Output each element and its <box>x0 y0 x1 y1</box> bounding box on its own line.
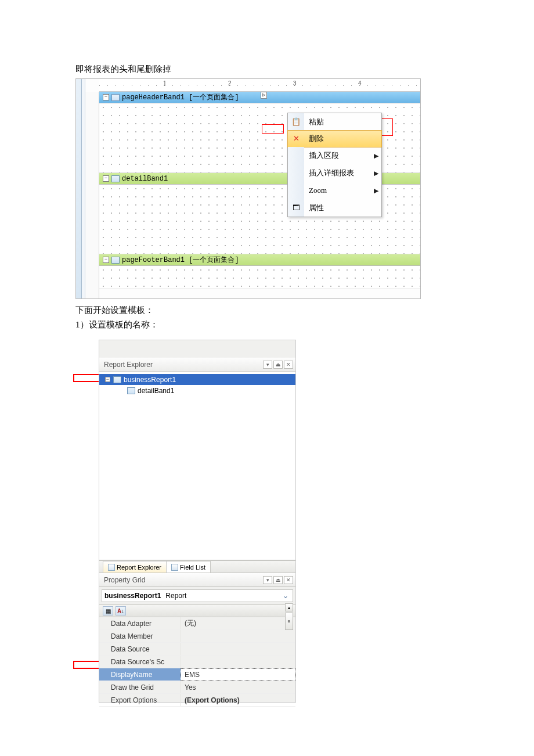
page-header-label: pageHeaderBand1 [一个页面集合] <box>122 92 239 102</box>
context-menu: 📋 粘贴 ✕ 删除 插入区段 ▶ 插入详细报表 ▶ Zoom ▶ <box>287 113 382 217</box>
prop-name: Draw the Grid <box>99 681 181 693</box>
tree-root-node[interactable]: − businessReport1 <box>99 374 295 385</box>
vertical-ruler <box>85 92 99 298</box>
property-scrollbar[interactable]: ▴ ≡ <box>285 603 293 630</box>
property-grid-title: Property Grid ▾ ⏏ ✕ <box>99 573 295 587</box>
report-explorer-title-text: Report Explorer <box>104 361 153 369</box>
report-explorer-tree[interactable]: − businessReport1 detailBand1 <box>99 372 295 560</box>
report-explorer-tab-icon <box>108 564 115 571</box>
prop-value[interactable]: Yes <box>181 681 295 693</box>
tab-report-explorer[interactable]: Report Explorer <box>103 561 167 573</box>
delete-icon: ✕ <box>288 131 304 147</box>
ruler-tick-2: 2 <box>228 80 232 87</box>
menu-properties[interactable]: 🗔 属性 <box>288 199 381 217</box>
prop-name: Data Source <box>99 643 181 655</box>
menu-delete-label: 删除 <box>304 134 381 144</box>
smart-tag-icon[interactable]: ▷ <box>261 92 267 99</box>
band-icon <box>111 257 120 264</box>
field-list-tab-icon <box>171 564 178 571</box>
properties-icon: 🗔 <box>288 199 304 217</box>
band-icon <box>111 94 120 101</box>
prop-name: Export Options <box>99 694 181 706</box>
menu-zoom[interactable]: Zoom ▶ <box>288 182 381 199</box>
horizontal-ruler: 1 2 3 4 <box>99 79 420 92</box>
ruler-tick-3: 3 <box>293 80 297 87</box>
menu-insert-detail[interactable]: 插入详细报表 ▶ <box>288 164 381 182</box>
menu-insert-section-label: 插入区段 <box>304 150 371 161</box>
collapse-icon[interactable]: − <box>103 94 109 100</box>
menu-insert-section[interactable]: 插入区段 ▶ <box>288 147 381 164</box>
property-grid: Data Adapter (无) Data Member Data Source… <box>99 617 295 707</box>
page-header-band[interactable]: − pageHeaderBand1 [一个页面集合] ▷ <box>99 92 420 103</box>
window-pin-icon[interactable]: ⏏ <box>273 361 283 369</box>
prop-row-display-name[interactable]: DisplayName EMS <box>99 668 295 681</box>
submenu-arrow-icon: ▶ <box>371 187 381 195</box>
band-icon <box>127 387 135 394</box>
prop-row-data-source-schema[interactable]: Data Source's Sc <box>99 656 295 668</box>
tree-root-label: businessReport1 <box>124 376 176 384</box>
dropdown-icon[interactable]: ⌄ <box>281 592 290 600</box>
menu-delete[interactable]: ✕ 删除 <box>287 130 382 147</box>
prop-value[interactable] <box>181 643 295 655</box>
panels-screenshot: Report Explorer ▾ ⏏ ✕ − businessReport1 … <box>99 340 296 703</box>
window-dropdown-icon[interactable]: ▾ <box>263 576 272 584</box>
page-footer-label: pageFooterBand1 [一个页面集合] <box>122 255 239 265</box>
menu-properties-label: 属性 <box>304 203 381 213</box>
prop-row-draw-grid[interactable]: Draw the Grid Yes <box>99 681 295 694</box>
page-footer-area[interactable] <box>99 266 420 289</box>
property-grid-title-text: Property Grid <box>104 576 145 584</box>
prop-name: DisplayName <box>99 668 181 681</box>
window-close-icon[interactable]: ✕ <box>284 361 293 369</box>
left-strip <box>76 79 82 298</box>
prop-value[interactable]: (无) <box>181 617 295 629</box>
prop-value[interactable]: (Export Options) <box>181 694 295 706</box>
menu-insert-detail-label: 插入详细报表 <box>304 168 371 178</box>
categorize-icon[interactable]: ▦ <box>103 606 113 615</box>
prop-row-export-options[interactable]: Export Options (Export Options) <box>99 694 295 707</box>
window-pin-icon[interactable]: ⏏ <box>273 576 283 584</box>
window-close-icon[interactable]: ✕ <box>284 576 293 584</box>
doc-line-3: 1）设置模板的名称： <box>75 319 459 330</box>
property-object-type: Report <box>165 592 186 600</box>
menu-paste-label: 粘贴 <box>304 117 381 127</box>
prop-value[interactable] <box>181 630 295 642</box>
ruler-tick-1: 1 <box>163 80 167 87</box>
property-toolbar: ▦ A↓ <box>99 604 295 617</box>
prop-name: Data Source's Sc <box>99 656 181 668</box>
prop-value[interactable]: EMS <box>181 668 295 681</box>
doc-line-1: 即将报表的头和尾删除掉 <box>75 64 459 75</box>
tab-report-explorer-label: Report Explorer <box>117 564 161 571</box>
collapse-icon[interactable]: − <box>103 175 109 182</box>
selection-marker-1 <box>262 124 284 134</box>
band-icon <box>111 175 120 182</box>
prop-value[interactable] <box>181 656 295 668</box>
scroll-thumb[interactable]: ≡ <box>285 613 293 630</box>
explorer-tabbar: Report Explorer Field List <box>99 560 295 573</box>
tree-collapse-icon[interactable]: − <box>105 377 110 382</box>
prop-row-data-source[interactable]: Data Source <box>99 643 295 656</box>
property-object-combo[interactable]: businessReport1 Report ⌄ <box>102 589 293 602</box>
designer-body: − pageHeaderBand1 [一个页面集合] ▷ − detailBan… <box>99 92 420 298</box>
paste-icon: 📋 <box>288 113 304 131</box>
prop-row-data-member[interactable]: Data Member <box>99 630 295 643</box>
tab-field-list[interactable]: Field List <box>166 561 211 573</box>
menu-zoom-label: Zoom <box>304 186 371 195</box>
menu-paste[interactable]: 📋 粘贴 <box>288 113 381 131</box>
doc-line-2: 下面开始设置模板： <box>75 305 459 316</box>
window-dropdown-icon[interactable]: ▾ <box>263 361 272 369</box>
report-explorer-title: Report Explorer ▾ ⏏ ✕ <box>99 358 295 372</box>
blank-icon <box>288 147 304 164</box>
prop-row-data-adapter[interactable]: Data Adapter (无) <box>99 617 295 630</box>
report-icon <box>113 376 121 383</box>
scroll-up-icon[interactable]: ▴ <box>285 603 293 611</box>
tree-child-node[interactable]: detailBand1 <box>99 385 295 396</box>
blank-icon <box>288 164 304 182</box>
designer-screenshot: 1 2 3 4 − pageHeaderBand1 [一个页面集合] ▷ − d… <box>75 78 421 299</box>
prop-name: Data Adapter <box>99 617 181 629</box>
page-footer-band[interactable]: − pageFooterBand1 [一个页面集合] <box>99 254 420 266</box>
sort-alpha-icon[interactable]: A↓ <box>116 606 126 615</box>
collapse-icon[interactable]: − <box>103 257 109 263</box>
submenu-arrow-icon: ▶ <box>371 152 381 160</box>
submenu-arrow-icon: ▶ <box>371 170 381 177</box>
detail-band-label: detailBand1 <box>122 175 168 183</box>
